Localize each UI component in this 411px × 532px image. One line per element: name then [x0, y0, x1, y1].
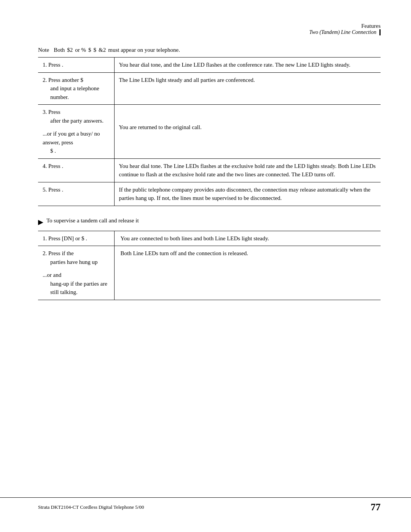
step-5-desc: If the public telephone company provides… — [114, 182, 381, 206]
table-row: 2. Press another $ and input a telephone… — [38, 72, 381, 105]
page-footer: Strata DKT2104-CT Cordless Digital Telep… — [0, 497, 411, 513]
step-4-col: 4. Press . — [38, 158, 114, 182]
note-or-percent: or % — [75, 47, 86, 53]
sub-step-2-extra: parties have hung up — [43, 258, 110, 267]
step-3-extra: after the party answers. — [43, 117, 110, 125]
arrow-icon: ▶ — [38, 218, 43, 226]
sub-step-2-col: 2. Press if the parties have hung up ...… — [38, 246, 114, 300]
page-number: 77 — [371, 502, 381, 513]
step-1-desc: You hear dial tone, and the Line LED fla… — [114, 58, 381, 73]
step-4-suffix: . — [62, 163, 63, 169]
step-3-sub-symbol: $ . — [43, 147, 110, 155]
step-2-text: Press another — [48, 77, 79, 83]
table-row: 4. Press . You hear dial tone. The Line … — [38, 158, 381, 182]
step-1-suffix: . — [62, 62, 63, 68]
sub-step-1-col: 1. Press [DN] or $ . — [38, 231, 114, 246]
step-1-number: 1. — [43, 62, 47, 68]
note-label: Note — [38, 47, 49, 53]
step-5-number: 5. — [43, 187, 47, 193]
step-5-text: Press — [48, 187, 61, 193]
sub-step-1-suffix: . — [86, 235, 87, 241]
sub-step-1-number: 1. — [43, 235, 47, 241]
sub-step-1-desc: You are connected to both lines and both… — [114, 231, 381, 246]
section-title: To supervise a tandem call and release i… — [46, 217, 139, 224]
sub-step-1-text: Press [DN] or — [48, 235, 80, 241]
step-1-text: Press — [48, 62, 61, 68]
step-3-text: Press — [48, 109, 61, 115]
step-3-sub-label: ...or if you get a busy/ no answer, pres… — [43, 129, 110, 147]
header-features: Features — [361, 23, 381, 29]
step-5-suffix: . — [62, 187, 63, 193]
note-dollar-s1: $ — [88, 47, 91, 53]
step-3-desc: You are returned to the original call. — [114, 105, 381, 159]
page-container: Features Two (Tandem) Line Connection No… — [0, 0, 411, 532]
note-dollar2: $2 — [67, 47, 73, 53]
step-3-col: 3. Press after the party answers. ...or … — [38, 105, 114, 159]
note-must-appear: must appear on your telephone. — [108, 47, 180, 53]
step-1-col: 1. Press . — [38, 58, 114, 73]
sub-step-2-text: Press — [48, 250, 61, 256]
sub-step-2-and: and — [53, 272, 62, 278]
sub-step-2-desc: Both Line LEDs turn off and the connecti… — [114, 246, 381, 300]
step-2-desc: The Line LEDs light steady and all parti… — [114, 72, 381, 105]
sub-step-2-sub: ...or and — [43, 271, 110, 280]
step-4-number: 4. — [43, 163, 47, 169]
step-2-symbol: $ — [80, 77, 83, 83]
page-header: Features Two (Tandem) Line Connection — [38, 23, 381, 35]
sub-step-1-symbol: $ — [81, 235, 84, 241]
step-3-sub-desc: You are returned to the original call. — [119, 123, 376, 132]
arrow-section: ▶ To supervise a tandem call and release… — [38, 217, 381, 226]
sub-step-2-number: 2. — [43, 250, 47, 256]
sub-step-2-extra2: hang-up if the parties are still talking… — [43, 280, 110, 297]
step-5-col: 5. Press . — [38, 182, 114, 206]
header-subtitle: Two (Tandem) Line Connection — [309, 29, 381, 35]
table-row: 5. Press . If the public telephone compa… — [38, 182, 381, 206]
table-row: 3. Press after the party answers. ...or … — [38, 105, 381, 159]
note-dollar-s2: $ — [94, 47, 97, 53]
step-2-number: 2. — [43, 77, 47, 83]
table-row: 2. Press if the parties have hung up ...… — [38, 246, 381, 300]
note-amp2: &2 — [99, 47, 106, 53]
sub-step-2-middle: if the — [62, 250, 73, 256]
table-row: 1. Press . You hear dial tone, and the L… — [38, 58, 381, 73]
footer-left-text: Strata DKT2104-CT Cordless Digital Telep… — [38, 504, 144, 510]
step-4-desc: You hear dial tone. The Line LEDs flashe… — [114, 158, 381, 182]
main-steps-table: 1. Press . You hear dial tone, and the L… — [38, 57, 381, 206]
sub-steps-table: 1. Press [DN] or $ . You are connected t… — [38, 231, 381, 300]
step-3-number: 3. — [43, 109, 47, 115]
sub-step-2-or: ...or — [43, 272, 52, 278]
step-2-extra: and input a telephone number. — [43, 84, 110, 101]
note-both: Both — [54, 47, 65, 53]
step-4-text: Press — [48, 163, 61, 169]
table-row: 1. Press [DN] or $ . You are connected t… — [38, 231, 381, 246]
note-line: Note Both $2 or % $ $ &2 must appear on … — [38, 47, 381, 53]
step-2-col: 2. Press another $ and input a telephone… — [38, 72, 114, 105]
